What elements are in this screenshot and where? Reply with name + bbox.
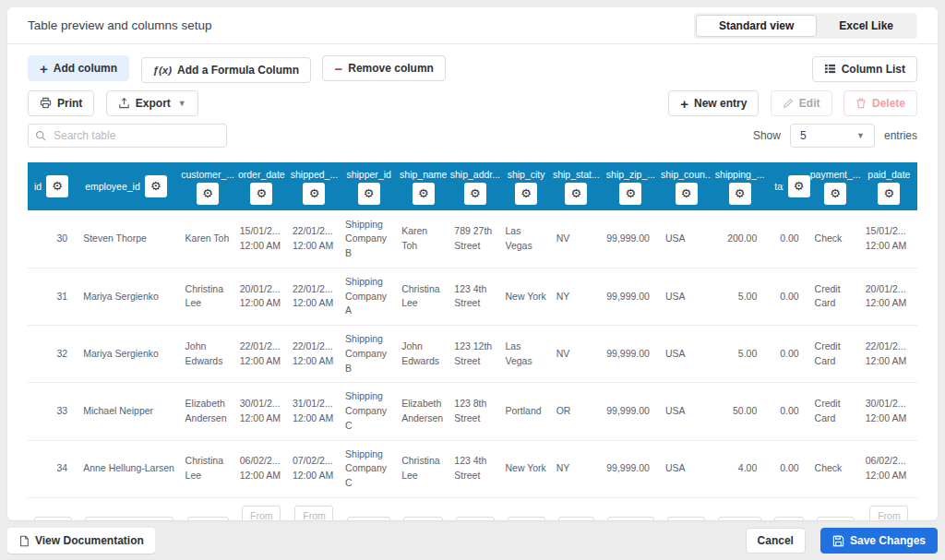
cell-shipper-id: Shipping Company B: [341, 210, 397, 268]
order-date-filter-from-input[interactable]: [242, 506, 281, 520]
cancel-button[interactable]: Cancel: [746, 528, 806, 554]
cell-ship-name: John Edwards: [397, 326, 449, 383]
gear-icon: ⚙: [830, 187, 841, 199]
remove-column-button[interactable]: − Remove column: [322, 55, 445, 81]
gear-icon: ⚙: [418, 187, 429, 199]
taxes-filter-input[interactable]: [774, 517, 803, 520]
cell-paid-date: 30/01/2... 12:00 AM: [861, 383, 917, 440]
cell-customer: Christina Lee: [181, 440, 235, 497]
add-formula-column-button[interactable]: ƒ(x) Add a Formula Column: [141, 57, 311, 83]
cell-order-date: 20/01/2... 12:00 AM: [235, 268, 288, 325]
cell-ship-city: New York: [501, 268, 552, 325]
column-settings-button-payment[interactable]: ⚙: [824, 183, 846, 205]
column-settings-button-paid-date[interactable]: ⚙: [878, 183, 900, 205]
delete-entry-button[interactable]: Delete: [843, 90, 917, 116]
filter-cell-id: [28, 497, 78, 520]
ship-coun-filter-input[interactable]: [667, 517, 705, 520]
gear-icon: ⚙: [735, 187, 746, 199]
column-header-ship-name: ship_name⚙: [397, 162, 449, 210]
cell-paid-date: 15/01/2... 12:00 AM: [861, 210, 917, 268]
column-label: payment_...: [810, 169, 861, 180]
column-settings-button-shipping[interactable]: ⚙: [729, 183, 751, 205]
column-label: ship_name: [400, 169, 447, 180]
filter-cell-ship-name: [397, 497, 449, 520]
export-button[interactable]: Export ▼: [106, 90, 198, 116]
cell-shipping: 200.00: [712, 210, 768, 268]
edit-entry-button[interactable]: Edit: [771, 90, 832, 116]
cell-employee-id: Michael Neipper: [78, 383, 180, 440]
ship-city-filter-input[interactable]: [508, 517, 545, 520]
print-export-group: Print Export ▼: [28, 90, 198, 116]
cell-ship-coun: USA: [661, 326, 712, 383]
paid-date-filter-from-input[interactable]: [869, 506, 908, 520]
customer-filter-input[interactable]: [187, 517, 229, 520]
shipped-filter-from-input[interactable]: [294, 506, 333, 520]
id-filter-input[interactable]: [34, 517, 72, 520]
gear-icon: ⚙: [884, 187, 895, 199]
ship-zip-filter-input[interactable]: [607, 517, 654, 520]
gear-icon: ⚙: [52, 180, 63, 192]
column-settings-button-shipped[interactable]: ⚙: [303, 183, 325, 205]
page-size-select[interactable]: 5 ▼: [790, 124, 875, 148]
table-header-row: id⚙employee_id⚙customer_...⚙order_date⚙s…: [28, 162, 917, 210]
shipper-id-filter-input[interactable]: [347, 517, 390, 520]
column-settings-button-customer[interactable]: ⚙: [197, 183, 219, 205]
column-settings-button-shipper-id[interactable]: ⚙: [358, 183, 380, 205]
column-settings-button-ship-zip[interactable]: ⚙: [619, 183, 641, 205]
ship-name-filter-input[interactable]: [403, 517, 443, 520]
column-settings-button-ship-name[interactable]: ⚙: [413, 183, 435, 205]
column-header-paid-date: paid_date⚙: [861, 162, 917, 210]
standard-view-tab[interactable]: Standard view: [696, 15, 817, 37]
column-label: shipping_...: [715, 169, 765, 180]
column-settings-button-employee-id[interactable]: ⚙: [145, 175, 167, 197]
payment-filter-input[interactable]: [817, 517, 855, 520]
shipping-filter-input[interactable]: [718, 517, 761, 520]
column-label: order_date: [238, 169, 285, 180]
cell-payment: Check: [810, 210, 861, 268]
column-settings-button-ship-stat[interactable]: ⚙: [565, 183, 587, 205]
column-settings-button-taxes[interactable]: ⚙: [788, 175, 810, 197]
filter-cell-ship-city: [501, 497, 552, 520]
cell-order-date: 30/01/2... 12:00 AM: [235, 383, 288, 440]
cell-ship-zip: 99,999.00: [601, 383, 661, 440]
cell-ship-city: Las Vegas: [501, 210, 552, 268]
ship-stat-filter-input[interactable]: [558, 517, 594, 520]
column-settings-button-ship-coun[interactable]: ⚙: [676, 183, 698, 205]
column-label: taxes: [774, 181, 783, 192]
column-settings-button-ship-city[interactable]: ⚙: [515, 183, 537, 205]
cell-shipped: 07/02/2... 12:00 AM: [288, 440, 341, 497]
ship-addr-filter-input[interactable]: [456, 517, 494, 520]
column-label: employee_id: [85, 181, 140, 192]
view-documentation-button[interactable]: View Documentation: [7, 528, 155, 554]
chevron-down-icon: ▼: [856, 131, 865, 140]
column-settings-button-ship-addr[interactable]: ⚙: [464, 183, 486, 205]
column-header-shipped: shipped_...⚙: [288, 162, 341, 210]
cell-paid-date: 06/02/2... 12:00 AM: [861, 440, 917, 497]
table-body: 30Steven ThorpeKaren Toh15/01/2... 12:00…: [28, 210, 917, 497]
column-header-shipping: shipping_...⚙: [712, 162, 768, 210]
gear-icon: ⚙: [256, 187, 267, 199]
column-list-button[interactable]: Column List: [812, 56, 917, 82]
column-header-id: id⚙: [28, 162, 78, 210]
column-header-ship-stat: ship_stat...⚙: [552, 162, 601, 210]
cell-taxes: 0.00: [768, 268, 809, 325]
filter-cell-paid-date: [861, 497, 917, 520]
print-button[interactable]: Print: [28, 90, 94, 116]
save-changes-button[interactable]: Save Changes: [820, 528, 938, 554]
cell-order-date: 06/02/2... 12:00 AM: [235, 440, 288, 497]
filter-cell-ship-addr: [449, 497, 500, 520]
entries-label: entries: [884, 129, 917, 142]
excel-like-tab[interactable]: Excel Like: [817, 15, 915, 37]
cell-id: 33: [28, 383, 78, 440]
search-input[interactable]: [28, 124, 227, 148]
show-label: Show: [753, 129, 781, 142]
employee-id-filter-input[interactable]: [85, 517, 173, 520]
toolbar: + Add column ƒ(x) Add a Formula Column −…: [7, 44, 938, 148]
filter-cell-ship-coun: [661, 497, 712, 520]
cell-shipping: 5.00: [712, 326, 768, 383]
new-entry-button[interactable]: + New entry: [668, 90, 759, 116]
column-settings-button-id[interactable]: ⚙: [46, 175, 68, 197]
cell-paid-date: 20/01/2... 12:00 AM: [861, 268, 917, 325]
column-settings-button-order-date[interactable]: ⚙: [250, 183, 272, 205]
add-column-button[interactable]: + Add column: [28, 55, 129, 81]
